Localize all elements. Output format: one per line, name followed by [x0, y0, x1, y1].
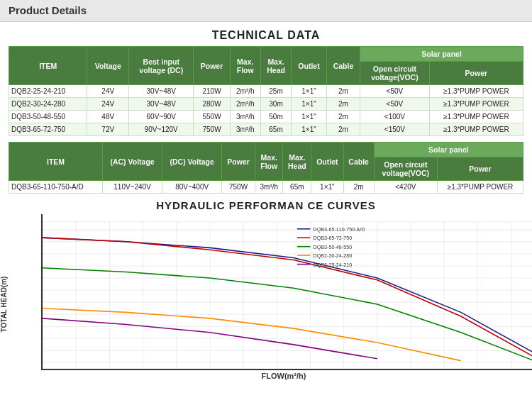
- th2-item: ITEM: [9, 143, 103, 181]
- th2-solar-power: Power: [438, 157, 523, 181]
- table-row: DQB2-30-24-28024V30V~48V280W2m³/h30m1×1"…: [9, 98, 523, 111]
- table-cell: DQB3-65-110-750-A/D: [9, 181, 103, 194]
- table-cell: ≥1.3*PUMP POWER: [429, 98, 523, 111]
- svg-text:DQB3-65-110-750-A/D: DQB3-65-110-750-A/D: [314, 226, 365, 233]
- th-best-input: Best inputvoltage (DC): [129, 47, 194, 85]
- y-axis-label: TOTAL HEAD(m): [0, 277, 8, 333]
- table-cell: 280W: [194, 98, 230, 111]
- table-cell: <420V: [374, 181, 437, 194]
- table-row: DQB2-25-24-21024V30V~48V210W2m³/h25m1×1"…: [9, 85, 523, 98]
- th-max-head: Max.Head: [260, 47, 291, 85]
- table-row: DQB3-65-110-750-A/D110V~240V80V~400V750W…: [9, 181, 523, 194]
- x-axis-label: FLOW(m³/h): [41, 372, 526, 380]
- table-cell: 90V~120V: [129, 123, 194, 136]
- table-cell: ≥1.3*PUMP POWER: [438, 181, 523, 194]
- th2-dc-voltage: (DC) Voltage: [162, 143, 222, 181]
- th2-solar-panel: Solar panel: [374, 143, 523, 157]
- table-cell: 2m: [326, 85, 360, 98]
- th2-cable: Cable: [343, 143, 374, 181]
- table2: ITEM (AC) Voltage (DC) Voltage Power Max…: [9, 142, 523, 194]
- table-row: DQB3-65-72-75072V90V~120V750W3m³/h65m1×1…: [9, 123, 523, 136]
- table1: ITEM Voltage Best inputvoltage (DC) Powe…: [9, 46, 523, 136]
- th-item: ITEM: [9, 47, 87, 85]
- table-cell: DQB3-65-72-750: [9, 123, 87, 136]
- table-cell: 2m: [326, 123, 360, 136]
- page-container: Product Details TECHNICAL DATA ITEM Volt…: [0, 0, 532, 394]
- table2-wrapper: ITEM (AC) Voltage (DC) Voltage Power Max…: [0, 142, 532, 194]
- th2-max-head: Max.Head: [283, 143, 311, 181]
- table-cell: <150V: [360, 123, 430, 136]
- svg-text:DQB3-65-72-750: DQB3-65-72-750: [314, 235, 353, 241]
- svg-text:DQB2-25-24-210: DQB2-25-24-210: [314, 262, 353, 268]
- chart-outer: TOTAL HEAD(m) 03915212733394551576369730…: [6, 214, 526, 394]
- th-solar-panel: Solar panel: [360, 47, 523, 62]
- th-power: Power: [194, 47, 230, 85]
- table-cell: 1×1": [292, 85, 327, 98]
- th2-ac-voltage: (AC) Voltage: [103, 143, 162, 181]
- table-cell: 3m³/h: [230, 123, 260, 136]
- table-cell: 1×1": [292, 111, 327, 123]
- table-cell: <100V: [360, 111, 430, 123]
- table-cell: 65m: [260, 123, 291, 136]
- th-voc: Open circuitvoltage(VOC): [360, 62, 430, 85]
- th2-outlet: Outlet: [311, 143, 343, 181]
- table-cell: 30m: [260, 98, 291, 111]
- table-cell: 80V~400V: [162, 181, 222, 194]
- th-max-flow: Max.Flow: [230, 47, 260, 85]
- product-header: Product Details: [0, 0, 532, 22]
- table-cell: 72V: [87, 123, 129, 136]
- table-cell: 48V: [87, 111, 129, 123]
- table-cell: 25m: [260, 85, 291, 98]
- table-cell: 550W: [194, 111, 230, 123]
- svg-text:DQB2-30-24-280: DQB2-30-24-280: [314, 252, 353, 259]
- th2-voc: Open circuitvoltage(VOC): [374, 157, 437, 181]
- th-solar-power: Power: [429, 62, 523, 85]
- chart-title: HYDRAULIC PERFORMAN CE CURVES: [6, 199, 526, 211]
- table-cell: 3m³/h: [255, 181, 283, 194]
- table-cell: 750W: [194, 123, 230, 136]
- table-cell: 1×1": [292, 123, 327, 136]
- th-cable: Cable: [326, 47, 360, 85]
- table-cell: 30V~48V: [129, 85, 194, 98]
- table-cell: ≥1.3*PUMP POWER: [429, 111, 523, 123]
- th-outlet: Outlet: [292, 47, 327, 85]
- th2-max-flow: Max.Flow: [255, 143, 283, 181]
- table-cell: 2m: [326, 98, 360, 111]
- table-cell: DQB2-25-24-210: [9, 85, 87, 98]
- th2-power: Power: [222, 143, 255, 181]
- table-cell: 2m³/h: [230, 85, 260, 98]
- table-cell: 3m³/h: [230, 111, 260, 123]
- table-cell: 24V: [87, 98, 129, 111]
- table-cell: DQB2-30-24-280: [9, 98, 87, 111]
- table-cell: 2m: [343, 181, 374, 194]
- table-cell: <50V: [360, 98, 430, 111]
- table-cell: 65m: [283, 181, 311, 194]
- chart-svg: 03915212733394551576369730.00.20.40.60.8…: [43, 214, 532, 369]
- table-cell: 30V~48V: [129, 98, 194, 111]
- table-cell: 50m: [260, 111, 291, 123]
- table-cell: 1×1": [311, 181, 343, 194]
- chart-container: 03915212733394551576369730.00.20.40.60.8…: [41, 214, 532, 370]
- table-cell: 750W: [222, 181, 255, 194]
- chart-section: HYDRAULIC PERFORMAN CE CURVES TOTAL HEAD…: [0, 199, 532, 394]
- table-cell: <50V: [360, 85, 430, 98]
- table-cell: 24V: [87, 85, 129, 98]
- svg-text:DQB3-50-48-550: DQB3-50-48-550: [314, 244, 353, 250]
- table-cell: 2m: [326, 111, 360, 123]
- page-title: Product Details: [9, 4, 87, 16]
- table-cell: 60V~90V: [129, 111, 194, 123]
- table-cell: 210W: [194, 85, 230, 98]
- th-voltage: Voltage: [87, 47, 129, 85]
- table-cell: ≥1.3*PUMP POWER: [429, 85, 523, 98]
- table1-wrapper: ITEM Voltage Best inputvoltage (DC) Powe…: [0, 46, 532, 136]
- table-cell: DQB3-50-48-550: [9, 111, 87, 123]
- table-row: DQB3-50-48-55048V60V~90V550W3m³/h50m1×1"…: [9, 111, 523, 123]
- table-cell: ≥1.3*PUMP POWER: [429, 123, 523, 136]
- table-cell: 2m³/h: [230, 98, 260, 111]
- table-cell: 1×1": [292, 98, 327, 111]
- section-title: TECHNICAL DATA: [0, 29, 532, 42]
- table-cell: 110V~240V: [103, 181, 162, 194]
